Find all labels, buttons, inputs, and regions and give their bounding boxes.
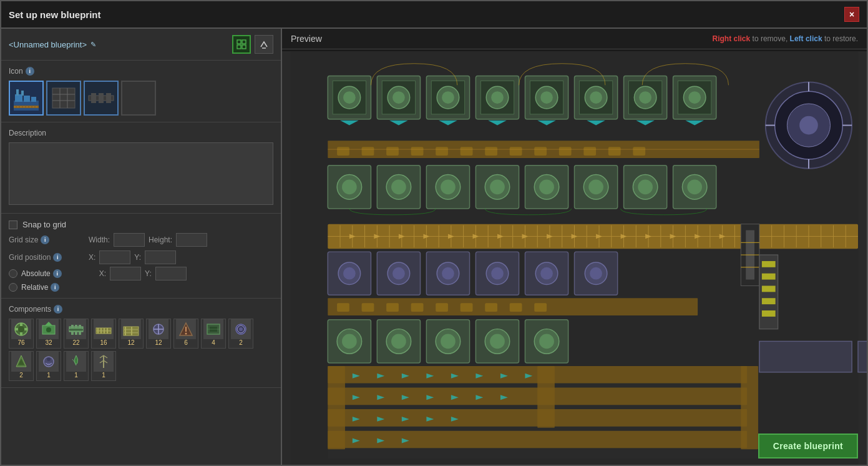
absolute-x-input[interactable] <box>110 267 141 280</box>
component-count-13: 1 <box>102 372 105 379</box>
component-item[interactable]: 12 <box>119 319 144 349</box>
svg-rect-237 <box>328 298 698 315</box>
svg-point-215 <box>393 267 405 280</box>
icon-info[interactable]: i <box>26 67 34 76</box>
svg-point-206 <box>638 180 653 195</box>
export-icon <box>259 39 269 49</box>
absolute-y-input[interactable] <box>155 267 187 280</box>
component-item[interactable]: 12 <box>146 319 171 349</box>
component-count-7: 6 <box>184 339 188 347</box>
grid-position-info[interactable]: i <box>53 253 62 262</box>
main-content: <Unnamed blueprint> ✎ <box>1 29 867 465</box>
absolute-info[interactable]: i <box>53 269 62 278</box>
relative-radio[interactable] <box>9 283 17 292</box>
icon-slot-1-graphic <box>10 82 42 114</box>
export-button[interactable] <box>255 35 273 54</box>
component-item[interactable]: 4 <box>201 319 226 349</box>
create-blueprint-button[interactable]: Create blueprint <box>758 434 858 459</box>
description-label: Description <box>9 129 273 137</box>
svg-rect-27 <box>24 328 27 330</box>
hint-middle: to remove, <box>753 34 790 43</box>
icon-slot-3[interactable] <box>84 81 119 116</box>
component-icon-10 <box>11 352 31 372</box>
close-button[interactable]: × <box>844 7 859 22</box>
component-count-4: 16 <box>100 339 107 347</box>
svg-rect-1 <box>242 40 246 44</box>
grid-position-x-input[interactable] <box>99 250 130 264</box>
svg-rect-7 <box>24 96 30 102</box>
component-item[interactable]: 1 <box>36 351 61 381</box>
svg-rect-281 <box>328 366 345 449</box>
grid-size-inputs: Width: Height: <box>89 233 207 247</box>
svg-rect-36 <box>71 332 74 335</box>
left-panel: <Unnamed blueprint> ✎ <box>1 29 282 465</box>
grid-size-height-input[interactable] <box>176 233 207 247</box>
grid-icon <box>237 39 246 49</box>
description-input[interactable] <box>9 142 273 205</box>
relative-info[interactable]: i <box>51 283 59 292</box>
svg-point-197 <box>490 180 505 195</box>
snap-row: Snap to grid <box>9 220 273 229</box>
svg-rect-21 <box>106 93 111 103</box>
grid-size-info[interactable]: i <box>41 235 49 244</box>
svg-rect-301 <box>762 298 776 304</box>
icon-slot-1[interactable] <box>9 81 44 116</box>
svg-point-292 <box>799 116 818 135</box>
svg-point-252 <box>539 334 554 349</box>
component-item[interactable]: 1 <box>91 351 116 381</box>
factory-preview-svg <box>282 51 867 465</box>
svg-point-249 <box>490 334 505 349</box>
svg-rect-24 <box>20 323 22 326</box>
blueprint-header: <Unnamed blueprint> ✎ <box>1 29 281 61</box>
component-item[interactable]: 22 <box>64 319 89 349</box>
components-section: Components i 76 32 <box>1 299 281 388</box>
grid-size-width-input[interactable] <box>114 233 145 247</box>
component-item[interactable]: 32 <box>36 319 61 349</box>
snap-to-grid-checkbox[interactable] <box>9 221 17 229</box>
icon-slot-2[interactable] <box>46 81 81 116</box>
component-item[interactable]: 2 <box>228 319 253 349</box>
svg-point-139 <box>393 91 405 104</box>
left-click-text: Left click <box>790 34 822 43</box>
svg-rect-49 <box>131 327 132 335</box>
svg-rect-33 <box>71 325 74 328</box>
component-item[interactable]: 16 <box>91 319 116 349</box>
component-icon-4 <box>94 319 114 339</box>
svg-point-246 <box>441 334 456 349</box>
component-count-9: 2 <box>239 339 243 347</box>
component-icon-5 <box>121 319 141 339</box>
svg-point-154 <box>540 91 553 104</box>
svg-point-194 <box>441 180 456 195</box>
components-info[interactable]: i <box>54 305 62 314</box>
edit-name-icon[interactable]: ✎ <box>90 41 96 49</box>
absolute-radio[interactable] <box>9 269 17 278</box>
component-count-6: 12 <box>155 339 162 347</box>
icon-label: Icon i <box>9 67 273 76</box>
preview-title: Preview <box>291 34 322 44</box>
blueprint-name-text: <Unnamed blueprint> <box>9 40 87 49</box>
svg-point-188 <box>342 180 357 195</box>
grid-size-label: Grid size i <box>9 235 84 244</box>
component-item[interactable]: 1 <box>64 351 89 381</box>
svg-point-240 <box>342 334 357 349</box>
component-item[interactable]: 6 <box>173 319 198 349</box>
component-item[interactable]: 2 <box>9 351 34 381</box>
svg-point-23 <box>18 326 24 332</box>
grid-position-y-input[interactable] <box>145 250 176 264</box>
svg-rect-0 <box>237 40 241 44</box>
svg-rect-41 <box>97 328 99 334</box>
component-icon-13 <box>94 352 114 372</box>
svg-rect-303 <box>759 341 852 372</box>
icon-section: Icon i <box>1 61 281 122</box>
right-panel: Preview Right click to remove, Left clic… <box>282 29 867 465</box>
component-icon-7 <box>176 319 196 339</box>
absolute-inputs: X: Y: <box>99 267 187 280</box>
grid-position-label: Grid position i <box>9 253 84 262</box>
icon-slot-4[interactable] <box>121 81 156 116</box>
component-count-11: 1 <box>47 372 51 379</box>
svg-rect-38 <box>79 332 81 335</box>
hint-end: to restore. <box>824 34 858 43</box>
grid-view-button[interactable] <box>232 35 251 54</box>
component-item[interactable]: 76 <box>9 319 34 349</box>
svg-point-169 <box>688 91 701 104</box>
